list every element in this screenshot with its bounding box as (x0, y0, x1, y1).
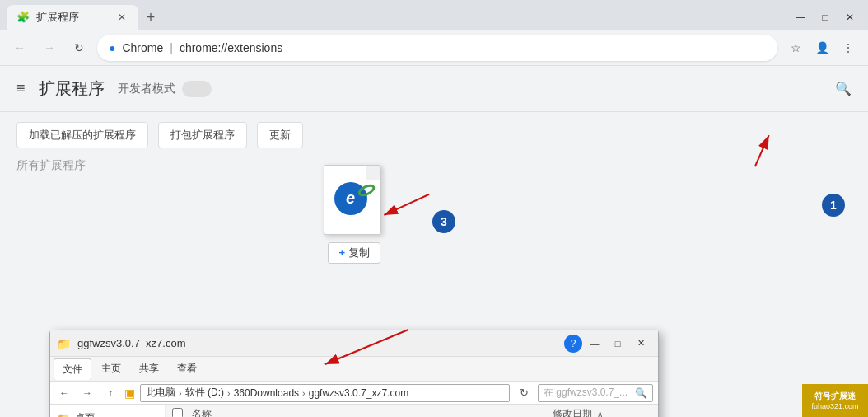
file-corner-fold (366, 166, 380, 180)
close-button[interactable]: ✕ (838, 8, 861, 26)
extensions-page: ≡ 扩展程序 开发者模式 🔍 加载已解压的扩展程序 打包扩展程序 更新 所有扩展… (0, 66, 868, 417)
explorer-search-input[interactable]: 在 ggfwzsv3.0.7_... 🔍 (538, 384, 653, 402)
profile-icon[interactable]: 👤 (810, 36, 833, 59)
ribbon-tab-home[interactable]: 主页 (93, 358, 129, 379)
explorer-folder-icon: 📁 (57, 337, 71, 350)
drop-plus: + (338, 246, 345, 259)
tab-close-button[interactable]: ✕ (115, 11, 128, 24)
pack-extension-button[interactable]: 打包扩展程序 (158, 122, 247, 148)
extensions-header: ≡ 扩展程序 开发者模式 🔍 (0, 66, 868, 112)
toolbar-icons: ☆ 👤 ⋮ (784, 36, 860, 59)
explorer-help-button[interactable]: ? (564, 335, 582, 353)
file-explorer-titlebar: 📁 ggfwzsv3.0.7_xz7.com ? — □ ✕ (50, 330, 658, 357)
file-explorer-window: 📁 ggfwzsv3.0.7_xz7.com ? — □ ✕ 文件 主页 共享 … (49, 330, 659, 417)
ribbon-tabs: 文件 主页 共享 查看 (50, 357, 658, 382)
circle-1: 1 (822, 194, 845, 217)
browser-window: 🧩 扩展程序 ✕ + — □ ✕ ← → ↻ ● Chrome | chrome… (0, 0, 868, 417)
explorer-address-bar: ← → ↑ ▣ 此电脑 › 软件 (D:) › 360Downloads › g… (50, 382, 658, 405)
explorer-path-folder-icon: ▣ (124, 387, 135, 400)
load-unpacked-button[interactable]: 加载已解压的扩展程序 (16, 122, 148, 148)
crx-logo: e (334, 182, 371, 218)
minimize-button[interactable]: — (789, 8, 812, 26)
drop-copy-label: + 复制 (328, 242, 380, 264)
tab-title: 扩展程序 (36, 10, 109, 25)
drop-text: 复制 (348, 246, 370, 259)
file-explorer-body: 📁 桌面 📁 pdfforge 💻 此电脑 📁 Wondershare (50, 405, 658, 417)
bookmark-icon[interactable]: ☆ (784, 36, 807, 59)
explorer-back-button[interactable]: ← (55, 384, 73, 402)
annotation-1: 1 (822, 194, 845, 217)
menu-icon[interactable]: ⋮ (837, 36, 860, 59)
new-tab-button[interactable]: + (138, 5, 163, 30)
explorer-win-controls: ? — □ ✕ (564, 335, 651, 353)
watermark: 符号扩展迷 fuhao321.com (802, 384, 868, 417)
ribbon-tab-share[interactable]: 共享 (131, 358, 167, 379)
explorer-refresh-button[interactable]: ↻ (515, 384, 533, 402)
explorer-maximize-button[interactable]: □ (607, 335, 628, 353)
path-folder[interactable]: ggfwzsv3.0.7_xz7.com (309, 387, 408, 399)
forward-button[interactable]: → (38, 36, 61, 59)
explorer-close-button[interactable]: ✕ (630, 335, 651, 353)
ie-logo-circle: e (334, 182, 367, 215)
maximize-button[interactable]: □ (814, 8, 837, 26)
path-360downloads[interactable]: 360Downloads (234, 387, 299, 399)
search-icon[interactable]: 🔍 (835, 81, 852, 96)
address-path: chrome://extensions (180, 41, 282, 54)
address-separator: | (170, 41, 173, 54)
name-column-header[interactable]: 名称 (192, 407, 549, 417)
dev-mode-label: 开发者模式 (118, 82, 175, 96)
search-container[interactable]: 🔍 (835, 81, 852, 96)
back-button[interactable]: ← (8, 36, 31, 59)
dev-mode-container: 开发者模式 (118, 81, 212, 97)
ribbon-tab-file[interactable]: 文件 (54, 358, 91, 380)
column-headers: 名称 修改日期 ∧ (166, 405, 658, 417)
watermark-line1: 符号扩展迷 (814, 391, 856, 402)
dev-mode-toggle[interactable] (182, 81, 212, 97)
explorer-title: ggfwzsv3.0.7_xz7.com (77, 337, 558, 349)
active-tab[interactable]: 🧩 扩展程序 ✕ (7, 5, 138, 30)
desktop-folder-icon: 📁 (57, 412, 70, 418)
explorer-up-button[interactable]: ↑ (101, 384, 119, 402)
address-site: Chrome (122, 41, 163, 54)
window-controls: — □ ✕ (789, 8, 861, 30)
sidebar-item-desktop[interactable]: 📁 桌面 (50, 408, 165, 417)
tab-bar: 🧩 扩展程序 ✕ + — □ ✕ (0, 0, 868, 30)
check-col (172, 408, 189, 418)
select-all-checkbox[interactable] (172, 408, 183, 418)
date-column-header[interactable]: 修改日期 ∧ (553, 407, 651, 417)
file-list-panel: 名称 修改日期 ∧ 🌐 谷歌访问助手 (166, 405, 658, 417)
path-d-drive[interactable]: 软件 (D:) (185, 386, 224, 400)
tab-favicon: 🧩 (16, 11, 30, 24)
search-icon-small: 🔍 (635, 387, 647, 399)
search-label: 在 ggfwzsv3.0.7_... (544, 386, 628, 400)
address-input[interactable]: ● Chrome | chrome://extensions (97, 35, 777, 61)
file-icon-paper: e (324, 165, 381, 235)
file-explorer-sidebar: 📁 桌面 📁 pdfforge 💻 此电脑 📁 Wondershare (50, 405, 166, 417)
explorer-minimize-button[interactable]: — (584, 335, 605, 353)
path-computer[interactable]: 此电脑 (146, 386, 175, 400)
sidebar-toggle-icon[interactable]: ≡ (16, 80, 26, 97)
drop-zone[interactable]: e + 复制 (272, 140, 436, 288)
address-bar: ← → ↻ ● Chrome | chrome://extensions ☆ 👤… (0, 30, 868, 66)
page-title: 扩展程序 (39, 77, 105, 100)
crx-file-card: e (324, 165, 385, 237)
explorer-forward-button[interactable]: → (78, 384, 96, 402)
ribbon-tab-view[interactable]: 查看 (169, 358, 205, 379)
secure-icon: ● (109, 41, 115, 54)
ie-green-swoosh (356, 181, 376, 198)
explorer-path-bar[interactable]: 此电脑 › 软件 (D:) › 360Downloads › ggfwzsv3.… (140, 384, 510, 402)
watermark-line2: fuhao321.com (811, 402, 858, 410)
reload-button[interactable]: ↻ (68, 36, 91, 59)
